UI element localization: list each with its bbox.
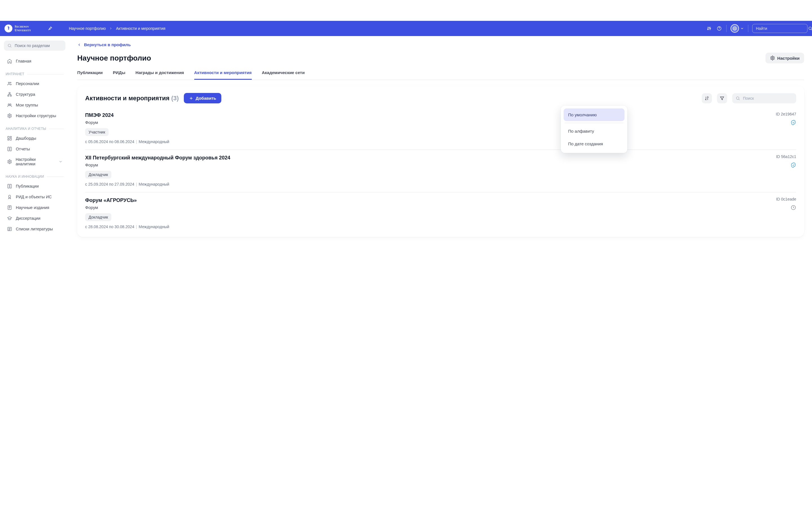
sidebar-item-reports[interactable]: Отчеты — [4, 144, 65, 154]
sidebar-item-label: Настройки структуры — [16, 114, 56, 118]
add-button-label: Добавить — [196, 96, 216, 101]
book-icon — [7, 147, 12, 152]
page-title: Научное портфолио — [77, 54, 151, 62]
tab-4[interactable]: Академические сети — [262, 67, 305, 80]
sidebar-search[interactable] — [4, 41, 65, 51]
svg-point-1 — [734, 28, 735, 29]
sidebar-item-dashboards[interactable]: Дашборды — [4, 133, 65, 144]
event-type: Форум — [85, 163, 796, 167]
sidebar-item-label: Мои группы — [16, 103, 38, 107]
event-meta: с 25.09.2024 по 27.09.2024 | Международн… — [85, 182, 796, 186]
sidebar-item-label: Отчеты — [16, 147, 30, 151]
back-link-label: Вернуться в профиль — [84, 42, 131, 47]
event-title: Форум «АГРОРУСЬ» — [85, 198, 796, 203]
brand-mark-icon — [4, 24, 12, 33]
back-to-profile-link[interactable]: Вернуться в профиль — [77, 42, 804, 47]
avatar — [730, 24, 739, 33]
svg-point-22 — [772, 57, 773, 59]
sidebar-group-analytics: АНАЛИТИКА И ОТЧЕТЫ — [6, 127, 64, 131]
event-role-chip: Докладчик — [85, 171, 111, 179]
chevron-down-icon — [740, 26, 744, 31]
sidebar-item-personalii[interactable]: Персоналии — [4, 78, 65, 89]
sidebar-item-science-journals[interactable]: Научные издания — [4, 202, 65, 213]
pin-icon[interactable] — [47, 25, 53, 32]
breadcrumb-root[interactable]: Научное портфолио — [69, 26, 106, 31]
sidebar-item-my-groups[interactable]: Мои группы — [4, 100, 65, 110]
sidebar-item-label: Настройки аналитики — [15, 157, 55, 166]
sidebar-item-rid[interactable]: РИД и объекты ИС — [4, 191, 65, 202]
svg-point-11 — [8, 104, 10, 105]
chevron-right-icon — [109, 27, 112, 30]
sidebar-item-label: Персоналии — [16, 81, 39, 86]
sidebar-item-publications[interactable]: Публикации — [4, 181, 65, 191]
section-search[interactable] — [732, 93, 796, 103]
events-list: ID 2e19647ПМЭФ 2024ФорумУчастникс 05.06.… — [85, 107, 796, 235]
activities-card: Активности и мероприятия (3) Добавить По… — [77, 86, 804, 237]
sidebar-item-label: Структура — [16, 92, 35, 97]
event-id: ID 56a12c1 — [776, 154, 796, 159]
topbar-actions — [706, 24, 808, 33]
svg-point-5 — [8, 44, 11, 47]
sort-button[interactable]: По умолчаниюПо алфавитуПо дате создания — [702, 93, 712, 103]
user-menu[interactable] — [730, 24, 744, 33]
sidebar-group-intranet: ИНТРАНЕТ — [6, 72, 64, 76]
group-icon — [7, 103, 12, 108]
event-row[interactable]: ID 56a12c1XII Петербургский международны… — [85, 150, 796, 192]
chevron-down-icon — [59, 160, 63, 164]
sidebar-item-analytics-settings[interactable]: Настройки аналитики — [4, 154, 65, 169]
sidebar-item-home[interactable]: Главная — [4, 56, 65, 66]
topbar: Sechenov University Научное портфолио Ак… — [0, 21, 812, 36]
home-icon — [7, 59, 12, 64]
breadcrumb-current: Активности и мероприятия — [116, 26, 165, 31]
event-row[interactable]: ID 2e19647ПМЭФ 2024ФорумУчастникс 05.06.… — [85, 107, 796, 150]
search-icon — [7, 43, 12, 48]
sidebar-item-bibliography[interactable]: Списки литературы — [4, 224, 65, 234]
settings-button[interactable]: Настройки — [765, 53, 804, 63]
sidebar-item-label: РИД и объекты ИС — [16, 194, 52, 199]
global-search-input[interactable] — [755, 26, 806, 31]
event-meta: с 05.06.2024 по 08.06.2024 | Международн… — [85, 139, 796, 144]
add-button[interactable]: Добавить — [184, 93, 221, 103]
filter-button[interactable] — [717, 93, 727, 103]
sort-option-2[interactable]: По дате создания — [564, 137, 624, 150]
sidebar-item-label: Научные издания — [16, 205, 49, 210]
sidebar-item-structure[interactable]: Структура — [4, 89, 65, 100]
event-row[interactable]: ID 0c1eadeФорум «АГРОРУСЬ»ФорумДокладчик… — [85, 192, 796, 235]
sidebar-item-label: Диссертации — [16, 216, 40, 221]
event-id: ID 2e19647 — [776, 112, 796, 116]
global-search[interactable] — [752, 24, 808, 33]
svg-rect-8 — [9, 93, 10, 94]
tab-1[interactable]: РИДы — [113, 67, 125, 80]
verified-badge-icon — [791, 120, 796, 125]
tab-3[interactable]: Активности и мероприятия — [194, 67, 252, 80]
brand-logo[interactable]: Sechenov University — [4, 24, 31, 33]
adjustments-icon[interactable] — [706, 25, 712, 32]
svg-point-23 — [737, 97, 739, 99]
sidebar-item-label: Списки литературы — [16, 227, 53, 231]
sort-icon — [704, 96, 709, 101]
sidebar-item-structure-settings[interactable]: Настройки структуры — [4, 110, 65, 121]
svg-rect-9 — [8, 95, 9, 96]
sort-option-0[interactable]: По умолчанию — [564, 108, 624, 121]
event-type: Форум — [85, 205, 796, 210]
book-icon — [7, 184, 12, 189]
chevron-left-icon — [77, 43, 81, 47]
list-icon — [7, 226, 12, 231]
sidebar-item-label: Публикации — [16, 184, 39, 188]
search-icon — [808, 26, 812, 31]
event-id: ID 0c1eade — [776, 197, 796, 202]
sidebar-search-input[interactable] — [14, 43, 64, 48]
gear-icon — [7, 113, 12, 118]
brand-line2: University — [15, 29, 31, 32]
sort-option-1[interactable]: По алфавиту — [564, 125, 624, 137]
journal-icon — [7, 205, 12, 210]
tab-0[interactable]: Публикации — [77, 67, 103, 80]
portfolio-tabs: ПубликацииРИДыНаграды и достиженияАктивн… — [77, 67, 804, 80]
tab-2[interactable]: Награды и достижения — [136, 67, 184, 80]
section-search-input[interactable] — [742, 96, 793, 101]
sidebar-item-dissertations[interactable]: Диссертации — [4, 213, 65, 224]
svg-rect-14 — [8, 136, 9, 138]
filter-icon — [719, 96, 725, 101]
help-icon[interactable] — [716, 25, 722, 32]
svg-point-13 — [9, 115, 10, 117]
